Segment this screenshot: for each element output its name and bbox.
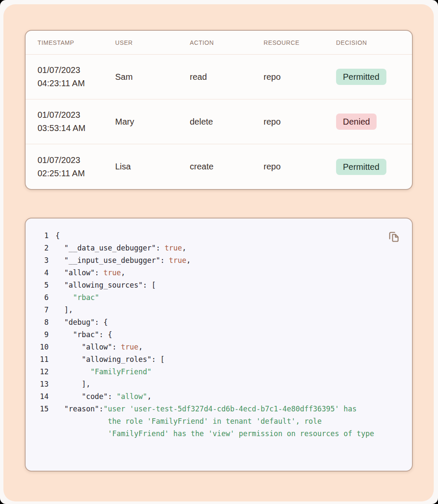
- column-header-decision: DECISION: [336, 39, 400, 46]
- main-panel: TIMESTAMPUSERACTIONRESOURCEDECISION 01/0…: [3, 4, 434, 501]
- line-number: [38, 415, 49, 428]
- line-number: [38, 428, 49, 440]
- resource-cell: repo: [264, 162, 336, 172]
- code-line: the role 'FamilyFriend' in tenant 'defau…: [38, 415, 403, 428]
- line-number: 6: [38, 291, 49, 304]
- timestamp-time: 04:23:11 AM: [38, 77, 115, 90]
- action-cell: create: [190, 162, 264, 172]
- code-text: "__data_use_debugger": true,: [55, 242, 186, 254]
- code-line: 'FamilyFriend' has the 'view' permission…: [38, 428, 403, 440]
- code-text: the role 'FamilyFriend' in tenant 'defau…: [55, 415, 322, 428]
- copy-button[interactable]: [386, 229, 402, 245]
- line-number: 4: [38, 267, 49, 279]
- code-text: "reason":"user 'user-test-5df327d4-cd6b-…: [55, 403, 357, 415]
- line-number: 10: [38, 341, 49, 353]
- code-line: 9 "rbac": {: [38, 329, 403, 341]
- code-text: "debug": {: [55, 316, 108, 329]
- timestamp-cell: 01/07/202302:25:11 AM: [38, 154, 115, 180]
- action-cell: read: [190, 72, 264, 82]
- decision-badge: Permitted: [336, 159, 386, 175]
- code-text: "FamilyFriend": [55, 366, 151, 378]
- timestamp-date: 01/07/2023: [38, 154, 115, 167]
- column-header-resource: RESOURCE: [264, 39, 336, 46]
- resource-cell: repo: [264, 72, 336, 82]
- line-number: 9: [38, 329, 49, 341]
- table-row: 01/07/202304:23:11 AMSamreadrepoPermitte…: [26, 55, 412, 99]
- line-number: 8: [38, 316, 49, 329]
- code-line: 5 "allowing_sources": [: [38, 279, 403, 291]
- code-text: "rbac": {: [55, 329, 112, 341]
- timestamp-cell: 01/07/202304:23:11 AM: [38, 64, 115, 90]
- table-header-row: TIMESTAMPUSERACTIONRESOURCEDECISION: [26, 31, 412, 55]
- code-line: 13 ],: [38, 378, 403, 390]
- code-line: 10 "allow": true,: [38, 341, 403, 353]
- code-text: "code": "allow",: [55, 390, 151, 403]
- code-line: 3 "__input_use_debugger": true,: [38, 254, 403, 267]
- code-block: 1{2 "__data_use_debugger": true,3 "__inp…: [26, 218, 412, 449]
- line-number: 5: [38, 279, 49, 291]
- timestamp-time: 02:25:11 AM: [38, 167, 115, 180]
- user-cell: Sam: [115, 72, 190, 82]
- code-line: 1{: [38, 230, 403, 242]
- code-text: ],: [55, 304, 73, 316]
- action-cell: delete: [190, 117, 264, 127]
- code-text: "allowing_roles": [: [55, 353, 165, 366]
- column-header-action: ACTION: [190, 39, 264, 46]
- table-body: 01/07/202304:23:11 AMSamreadrepoPermitte…: [26, 55, 412, 189]
- code-text: "allow": true,: [55, 267, 125, 279]
- code-line: 12 "FamilyFriend": [38, 366, 403, 378]
- column-header-timestamp: TIMESTAMP: [38, 39, 115, 46]
- code-text: "__input_use_debugger": true,: [55, 254, 191, 267]
- user-cell: Mary: [115, 117, 190, 127]
- code-line: 11 "allowing_roles": [: [38, 353, 403, 366]
- resource-cell: repo: [264, 117, 336, 127]
- code-line: 2 "__data_use_debugger": true,: [38, 242, 403, 254]
- decision-cell: Permitted: [336, 69, 400, 85]
- line-number: 12: [38, 366, 49, 378]
- code-line: 15 "reason":"user 'user-test-5df327d4-cd…: [38, 403, 403, 415]
- timestamp-date: 01/07/2023: [38, 108, 115, 122]
- code-text: "allow": true,: [55, 341, 143, 353]
- page: TIMESTAMPUSERACTIONRESOURCEDECISION 01/0…: [0, 0, 438, 504]
- decision-cell: Permitted: [336, 159, 400, 175]
- code-text: ],: [55, 378, 90, 390]
- code-line: 4 "allow": true,: [38, 267, 403, 279]
- line-number: 7: [38, 304, 49, 316]
- code-line: 8 "debug": {: [38, 316, 403, 329]
- line-number: 13: [38, 378, 49, 390]
- decision-badge: Denied: [336, 114, 377, 130]
- code-line: 6 "rbac": [38, 291, 403, 304]
- timestamp-cell: 01/07/202303:53:14 AM: [38, 108, 115, 135]
- decision-cell: Denied: [336, 114, 400, 130]
- line-number: 15: [38, 403, 49, 415]
- copy-icon: [386, 230, 401, 244]
- line-number: 14: [38, 390, 49, 403]
- table-row: 01/07/202302:25:11 AMLisacreaterepoPermi…: [26, 144, 412, 189]
- timestamp-time: 03:53:14 AM: [38, 122, 115, 135]
- code-line: 14 "code": "allow",: [38, 390, 403, 403]
- line-number: 3: [38, 254, 49, 267]
- decision-badge: Permitted: [336, 69, 386, 85]
- table-row: 01/07/202303:53:14 AMMarydeleterepoDenie…: [26, 99, 412, 144]
- line-number: 1: [38, 230, 49, 242]
- column-header-user: USER: [115, 39, 190, 46]
- audit-log-table: TIMESTAMPUSERACTIONRESOURCEDECISION 01/0…: [25, 30, 413, 190]
- code-text: "allowing_sources": [: [55, 279, 156, 291]
- line-number: 2: [38, 242, 49, 254]
- json-code-panel: 1{2 "__data_use_debugger": true,3 "__inp…: [25, 218, 413, 472]
- line-number: 11: [38, 353, 49, 366]
- user-cell: Lisa: [115, 162, 190, 172]
- code-line: 7 ],: [38, 304, 403, 316]
- code-text: "rbac": [55, 291, 99, 304]
- timestamp-date: 01/07/2023: [38, 64, 115, 77]
- code-text: {: [55, 230, 60, 242]
- code-text: 'FamilyFriend' has the 'view' permission…: [55, 428, 374, 440]
